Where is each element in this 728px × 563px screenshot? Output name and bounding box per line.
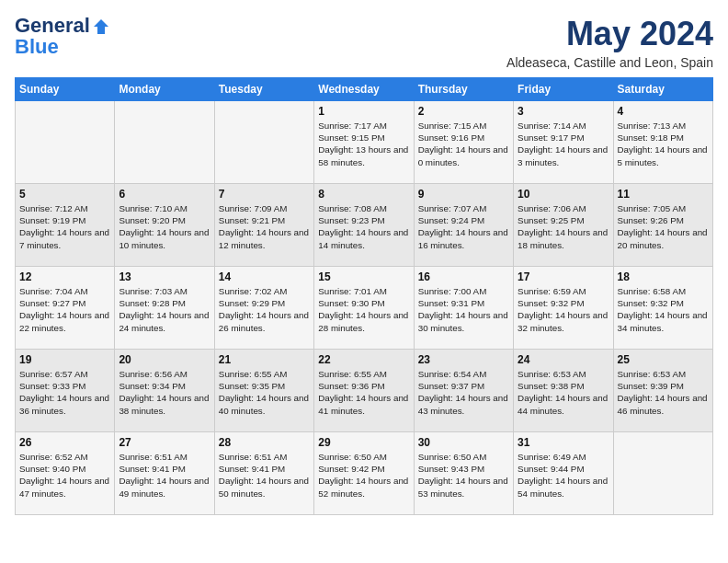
day-number: 19 — [19, 353, 110, 366]
header-wednesday: Wednesday — [314, 78, 414, 101]
calendar-week-5: 26Sunrise: 6:52 AM Sunset: 9:40 PM Dayli… — [16, 432, 713, 515]
day-number: 27 — [119, 436, 210, 449]
calendar-cell — [613, 432, 712, 515]
calendar-cell: 3Sunrise: 7:14 AM Sunset: 9:17 PM Daylig… — [514, 101, 613, 184]
day-number: 5 — [19, 188, 110, 201]
day-info: Sunrise: 7:04 AM Sunset: 9:27 PM Dayligh… — [19, 285, 110, 334]
title-area: May 2024 Aldeaseca, Castille and Leon, S… — [506, 15, 713, 70]
calendar-cell: 31Sunrise: 6:49 AM Sunset: 9:44 PM Dayli… — [514, 432, 613, 515]
calendar-cell: 22Sunrise: 6:55 AM Sunset: 9:36 PM Dayli… — [314, 350, 414, 432]
calendar-cell — [16, 101, 115, 184]
calendar-cell: 14Sunrise: 7:02 AM Sunset: 9:29 PM Dayli… — [214, 267, 313, 350]
day-info: Sunrise: 6:50 AM Sunset: 9:42 PM Dayligh… — [318, 451, 409, 500]
day-number: 10 — [518, 188, 609, 201]
day-number: 25 — [618, 353, 709, 366]
header-monday: Monday — [115, 78, 214, 101]
day-number: 2 — [418, 105, 509, 118]
day-info: Sunrise: 7:15 AM Sunset: 9:16 PM Dayligh… — [418, 120, 509, 168]
header-tuesday: Tuesday — [214, 78, 313, 101]
day-number: 14 — [219, 270, 310, 283]
day-number: 18 — [618, 270, 709, 283]
day-info: Sunrise: 7:00 AM Sunset: 9:31 PM Dayligh… — [418, 285, 509, 334]
day-number: 29 — [318, 436, 409, 449]
day-info: Sunrise: 7:02 AM Sunset: 9:29 PM Dayligh… — [219, 285, 310, 334]
day-info: Sunrise: 6:51 AM Sunset: 9:41 PM Dayligh… — [119, 451, 210, 500]
calendar-cell: 24Sunrise: 6:53 AM Sunset: 9:38 PM Dayli… — [514, 350, 613, 432]
calendar-cell: 1Sunrise: 7:17 AM Sunset: 9:15 PM Daylig… — [314, 101, 414, 184]
day-info: Sunrise: 6:54 AM Sunset: 9:37 PM Dayligh… — [418, 368, 509, 417]
logo: General Blue — [15, 15, 110, 59]
day-number: 17 — [518, 270, 609, 283]
calendar-cell: 2Sunrise: 7:15 AM Sunset: 9:16 PM Daylig… — [414, 101, 513, 184]
day-number: 31 — [518, 436, 609, 449]
header-sunday: Sunday — [16, 78, 115, 101]
calendar-cell: 7Sunrise: 7:09 AM Sunset: 9:21 PM Daylig… — [214, 184, 313, 267]
day-info: Sunrise: 7:13 AM Sunset: 9:18 PM Dayligh… — [618, 120, 709, 168]
day-info: Sunrise: 6:55 AM Sunset: 9:35 PM Dayligh… — [219, 368, 310, 417]
calendar-week-2: 5Sunrise: 7:12 AM Sunset: 9:19 PM Daylig… — [16, 184, 713, 267]
calendar-cell: 10Sunrise: 7:06 AM Sunset: 9:25 PM Dayli… — [514, 184, 613, 267]
calendar-cell: 26Sunrise: 6:52 AM Sunset: 9:40 PM Dayli… — [16, 432, 115, 515]
logo-blue-text: Blue — [15, 35, 59, 59]
calendar-cell: 11Sunrise: 7:05 AM Sunset: 9:26 PM Dayli… — [613, 184, 712, 267]
calendar-cell: 20Sunrise: 6:56 AM Sunset: 9:34 PM Dayli… — [115, 350, 214, 432]
calendar-cell: 5Sunrise: 7:12 AM Sunset: 9:19 PM Daylig… — [16, 184, 115, 267]
day-number: 13 — [119, 270, 210, 283]
calendar-cell: 12Sunrise: 7:04 AM Sunset: 9:27 PM Dayli… — [16, 267, 115, 350]
calendar-cell: 30Sunrise: 6:50 AM Sunset: 9:43 PM Dayli… — [414, 432, 513, 515]
calendar-cell: 13Sunrise: 7:03 AM Sunset: 9:28 PM Dayli… — [115, 267, 214, 350]
day-number: 8 — [318, 188, 409, 201]
day-info: Sunrise: 7:14 AM Sunset: 9:17 PM Dayligh… — [518, 120, 609, 168]
day-number: 1 — [318, 105, 409, 118]
calendar-cell: 25Sunrise: 6:53 AM Sunset: 9:39 PM Dayli… — [613, 350, 712, 432]
day-info: Sunrise: 7:01 AM Sunset: 9:30 PM Dayligh… — [318, 285, 409, 334]
month-title: May 2024 — [506, 15, 713, 53]
calendar-cell: 16Sunrise: 7:00 AM Sunset: 9:31 PM Dayli… — [414, 267, 513, 350]
day-number: 23 — [418, 353, 509, 366]
day-number: 9 — [418, 188, 509, 201]
day-info: Sunrise: 6:59 AM Sunset: 9:32 PM Dayligh… — [518, 285, 609, 334]
day-number: 30 — [418, 436, 509, 449]
calendar-cell: 18Sunrise: 6:58 AM Sunset: 9:32 PM Dayli… — [613, 267, 712, 350]
day-number: 16 — [418, 270, 509, 283]
calendar-cell: 29Sunrise: 6:50 AM Sunset: 9:42 PM Dayli… — [314, 432, 414, 515]
calendar-cell: 17Sunrise: 6:59 AM Sunset: 9:32 PM Dayli… — [514, 267, 613, 350]
calendar-cell: 19Sunrise: 6:57 AM Sunset: 9:33 PM Dayli… — [16, 350, 115, 432]
calendar-cell — [214, 101, 313, 184]
calendar-cell: 21Sunrise: 6:55 AM Sunset: 9:35 PM Dayli… — [214, 350, 313, 432]
calendar-cell: 27Sunrise: 6:51 AM Sunset: 9:41 PM Dayli… — [115, 432, 214, 515]
calendar-cell: 4Sunrise: 7:13 AM Sunset: 9:18 PM Daylig… — [613, 101, 712, 184]
header-saturday: Saturday — [613, 78, 712, 101]
calendar-cell: 8Sunrise: 7:08 AM Sunset: 9:23 PM Daylig… — [314, 184, 414, 267]
day-info: Sunrise: 6:57 AM Sunset: 9:33 PM Dayligh… — [19, 368, 110, 417]
calendar-week-4: 19Sunrise: 6:57 AM Sunset: 9:33 PM Dayli… — [16, 350, 713, 432]
day-number: 7 — [219, 188, 310, 201]
day-number: 4 — [618, 105, 709, 118]
day-info: Sunrise: 6:58 AM Sunset: 9:32 PM Dayligh… — [618, 285, 709, 334]
calendar-cell: 9Sunrise: 7:07 AM Sunset: 9:24 PM Daylig… — [414, 184, 513, 267]
day-info: Sunrise: 6:55 AM Sunset: 9:36 PM Dayligh… — [318, 368, 409, 417]
calendar-cell: 15Sunrise: 7:01 AM Sunset: 9:30 PM Dayli… — [314, 267, 414, 350]
day-info: Sunrise: 7:06 AM Sunset: 9:25 PM Dayligh… — [518, 202, 609, 251]
day-number: 12 — [19, 270, 110, 283]
day-info: Sunrise: 6:56 AM Sunset: 9:34 PM Dayligh… — [119, 368, 210, 417]
day-number: 11 — [618, 188, 709, 201]
day-number: 20 — [119, 353, 210, 366]
day-number: 22 — [318, 353, 409, 366]
day-number: 26 — [19, 436, 110, 449]
day-number: 6 — [119, 188, 210, 201]
calendar-week-1: 1Sunrise: 7:17 AM Sunset: 9:15 PM Daylig… — [16, 101, 713, 184]
header-friday: Friday — [514, 78, 613, 101]
day-number: 24 — [518, 353, 609, 366]
weekday-header-row: Sunday Monday Tuesday Wednesday Thursday… — [16, 78, 713, 101]
day-number: 15 — [318, 270, 409, 283]
day-info: Sunrise: 7:10 AM Sunset: 9:20 PM Dayligh… — [119, 202, 210, 251]
calendar-table: Sunday Monday Tuesday Wednesday Thursday… — [15, 77, 713, 515]
day-info: Sunrise: 6:49 AM Sunset: 9:44 PM Dayligh… — [518, 451, 609, 500]
day-info: Sunrise: 7:03 AM Sunset: 9:28 PM Dayligh… — [119, 285, 210, 334]
calendar-cell: 28Sunrise: 6:51 AM Sunset: 9:41 PM Dayli… — [214, 432, 313, 515]
day-info: Sunrise: 7:08 AM Sunset: 9:23 PM Dayligh… — [318, 202, 409, 251]
page-header: General Blue May 2024 Aldeaseca, Castill… — [15, 15, 713, 70]
day-info: Sunrise: 7:12 AM Sunset: 9:19 PM Dayligh… — [19, 202, 110, 251]
calendar-cell: 6Sunrise: 7:10 AM Sunset: 9:20 PM Daylig… — [115, 184, 214, 267]
